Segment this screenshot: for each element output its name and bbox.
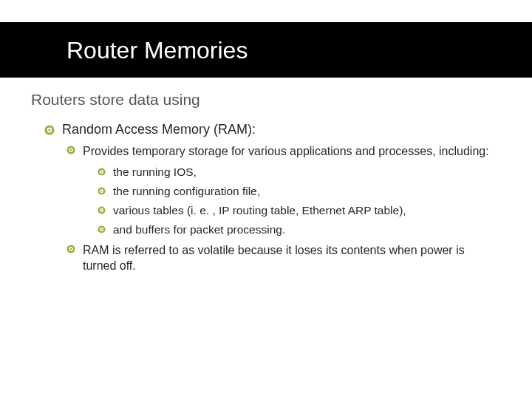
list-item: the running IOS, [98,166,501,179]
svg-point-9 [100,209,102,211]
title-bar: Router Memories [0,22,532,78]
bullet-icon [98,206,106,214]
svg-point-7 [100,190,102,191]
svg-point-5 [100,171,102,172]
section-heading-row: Random Access Memory (RAM): [44,122,501,137]
bullet-icon [98,187,106,195]
svg-point-13 [70,248,72,250]
list-item-text: various tables (i. e. , IP routing table… [113,204,501,217]
bullet-icon [44,125,55,135]
list-item: the running configuration file, [98,185,501,198]
list-item-text: the running configuration file, [113,185,501,198]
bullet-icon [98,225,106,233]
intro-row: Provides temporary storage for various a… [66,143,501,160]
bullet-icon [66,146,75,154]
content-area: Routers store data using Random Access M… [0,78,532,274]
section-heading: Random Access Memory (RAM): [62,122,501,137]
svg-point-1 [48,129,50,131]
list-item-text: the running IOS, [113,166,501,179]
footnote-text: RAM is referred to as volatile because i… [83,242,501,274]
bullet-icon [98,168,106,176]
list-item: and buffers for packet processing. [98,223,501,236]
bullet-icon [66,245,75,253]
list-item-text: and buffers for packet processing. [113,223,501,236]
intro-text: Provides temporary storage for various a… [83,143,501,160]
footnote-row: RAM is referred to as volatile because i… [66,242,501,274]
page-title: Router Memories [66,37,532,64]
svg-point-3 [70,149,72,151]
subtitle: Routers store data using [31,91,501,109]
list-item: various tables (i. e. , IP routing table… [98,204,501,217]
svg-point-11 [100,228,102,230]
